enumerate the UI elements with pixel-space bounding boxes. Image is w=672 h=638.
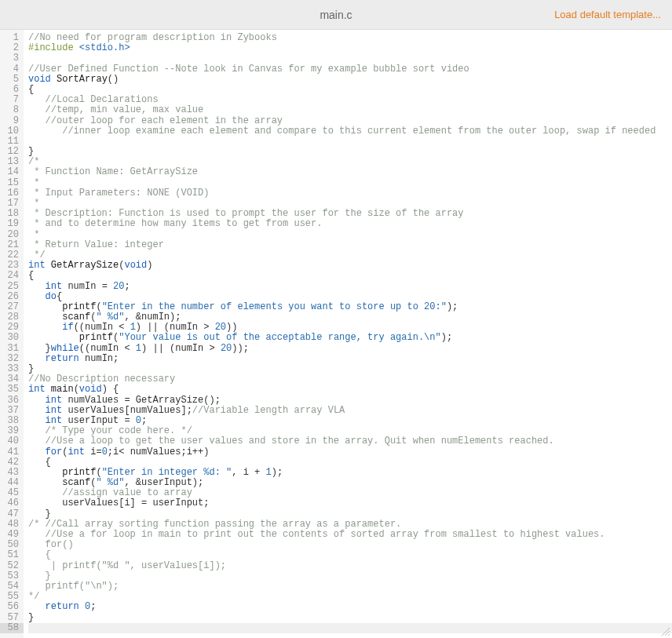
code-line[interactable]: int GetArraySize(void) [28,261,672,271]
svg-line-2 [668,634,670,636]
line-number: 41 [0,447,24,458]
code-line[interactable]: for() [28,540,672,550]
code-line[interactable]: | printf("%d ", userValues[i]); [28,561,672,571]
line-number: 57 [0,613,24,623]
code-line[interactable]: } [28,613,672,623]
code-line[interactable]: */ [28,592,672,602]
line-number-gutter: 1234567891011121314151617181920212223242… [0,30,24,638]
code-line[interactable]: return numIn; [28,354,672,364]
line-number: 26 [0,292,24,302]
line-number: 10 [0,126,24,137]
code-line[interactable]: printf("\n"); [28,581,672,592]
line-number: 46 [0,498,24,509]
line-number: 24 [0,271,24,281]
filename: main.c [320,9,352,21]
line-number: 51 [0,550,24,560]
resize-handle-icon[interactable] [659,625,670,636]
code-line[interactable]: } [28,571,672,581]
line-number: 31 [0,344,24,354]
code-line[interactable]: //Use a for loop in main to print out th… [28,530,672,540]
code-line[interactable]: * Input Parameters: NONE (VOID) [28,188,672,199]
code-area[interactable]: //No need for program description in Zyb… [24,30,672,638]
line-number: 35 [0,385,24,395]
line-number: 6 [0,85,24,95]
code-line[interactable]: int numIn = 20; [28,282,672,292]
line-number: 3 [0,53,24,64]
line-number: 25 [0,282,24,292]
code-line[interactable]: * Function Name: GetArraySize [28,167,672,177]
line-number: 5 [0,75,24,85]
code-line[interactable]: } [28,147,672,157]
line-number: 37 [0,406,24,416]
code-line[interactable]: //User Defined Function --Note look in C… [28,64,672,75]
load-default-template-link[interactable]: Load default template... [554,9,661,20]
code-line[interactable]: //inner loop examine each element and co… [28,126,672,137]
line-number: 21 [0,240,24,250]
line-number: 30 [0,333,24,343]
line-number: 7 [0,95,24,105]
line-number: 15 [0,178,24,188]
code-line[interactable] [28,137,672,147]
line-number: 9 [0,116,24,126]
line-number: 36 [0,396,24,406]
line-number: 20 [0,230,24,240]
code-line[interactable]: void SortArray() [28,75,672,85]
code-line[interactable] [28,623,672,633]
line-number: 58 [0,623,24,633]
code-line[interactable]: }while((numIn < 1) || (numIn > 20)); [28,344,672,354]
code-line[interactable]: return 0; [28,602,672,612]
code-editor[interactable]: 1234567891011121314151617181920212223242… [0,30,672,638]
code-line[interactable]: * and to determine how many items to get… [28,219,672,229]
line-number: 8 [0,105,24,115]
line-number: 40 [0,436,24,447]
editor-header: main.c Load default template... [0,0,672,30]
line-number: 52 [0,561,24,571]
line-number: 53 [0,571,24,581]
line-number: 56 [0,602,24,612]
code-line[interactable]: #include <stdio.h> [28,43,672,53]
line-number: 2 [0,43,24,53]
line-number: 14 [0,167,24,177]
line-number: 47 [0,509,24,520]
code-line[interactable]: * Return Value: integer [28,240,672,250]
line-number: 4 [0,64,24,75]
code-line[interactable]: userValues[i] = userInput; [28,498,672,509]
code-line[interactable]: //No Description necessary [28,374,672,385]
line-number: 19 [0,219,24,229]
code-line[interactable]: for(int i=0;i< numValues;i++) [28,447,672,458]
line-number: 42 [0,458,24,468]
line-number: 1 [0,33,24,43]
